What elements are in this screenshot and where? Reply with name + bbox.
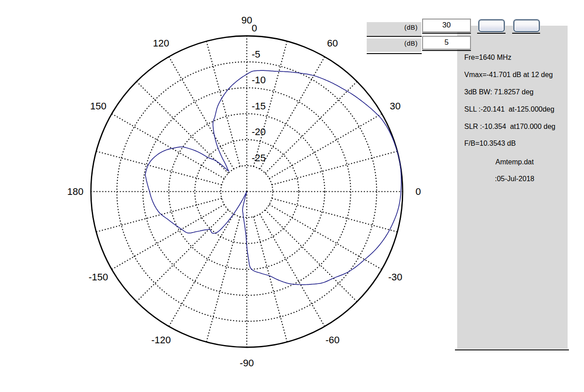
svg-text:60: 60 [327,38,338,49]
svg-text:-10: -10 [252,74,266,85]
svg-text:30: 30 [390,101,400,112]
svg-text:-25: -25 [252,152,266,163]
svg-text:120: 120 [153,38,169,49]
svg-text:-90: -90 [240,357,254,369]
svg-text:-5: -5 [252,49,261,60]
svg-text:-120: -120 [151,334,171,345]
svg-text:-15: -15 [252,101,266,112]
svg-text:150: 150 [90,101,106,112]
svg-text:-30: -30 [388,272,402,283]
svg-text:0: 0 [415,186,421,197]
svg-text:-20: -20 [252,126,266,137]
svg-text:180: 180 [67,186,83,197]
svg-text:90: 90 [241,15,252,26]
svg-text:0: 0 [252,23,257,34]
svg-text:-150: -150 [89,272,108,283]
svg-text:-60: -60 [325,334,340,345]
